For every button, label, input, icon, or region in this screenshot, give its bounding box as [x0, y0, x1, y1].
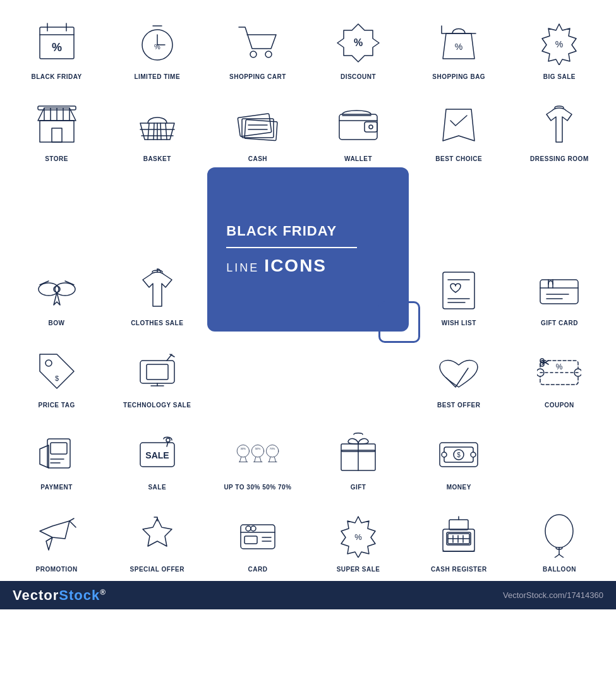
best-choice-icon [433, 100, 484, 150]
watermark: VectorStock® VectorStock.com/17414360 [0, 581, 616, 609]
svg-rect-120 [449, 520, 468, 530]
svg-point-41 [55, 283, 75, 296]
svg-line-103 [69, 521, 76, 527]
svg-point-110 [246, 526, 251, 531]
sale-icon: SALE [132, 428, 183, 479]
payment-label: PAYMENT [40, 484, 73, 491]
svg-line-92 [274, 457, 275, 462]
discount-icon: % [333, 18, 383, 68]
black-friday-label: BLACK FRIDAY [32, 73, 82, 80]
icon-price-tag: $ PRICE TAG [6, 332, 107, 414]
wallet-label: WALLET [344, 155, 372, 162]
limited-time-label: LIMITED TIME [134, 73, 180, 80]
store-label: STORE [45, 155, 68, 162]
up-to-icon: 30% 50% 70% [217, 428, 299, 479]
icon-best-offer: BEST OFFER [409, 332, 509, 414]
svg-line-124 [555, 554, 559, 558]
icon-discount: % DISCOUNT [308, 3, 409, 85]
dressing-room-label: DRESSING ROOM [530, 155, 589, 162]
svg-line-104 [69, 518, 74, 521]
cash-register-label: CASH REGISTER [431, 566, 487, 573]
svg-line-87 [260, 457, 261, 462]
price-tag-label: PRICE TAG [38, 402, 75, 409]
watermark-url: VectorStock.com/17414360 [503, 590, 603, 600]
svg-text:%: % [154, 43, 160, 51]
best-offer-label: BEST OFFER [437, 402, 480, 409]
big-sale-icon: % [534, 18, 584, 68]
svg-point-111 [251, 526, 256, 531]
banner-title-line1: BLACK FRIDAY [226, 223, 337, 239]
promotion-icon [32, 510, 82, 561]
shopping-bag-label: SHOPPING BAG [432, 73, 485, 80]
icon-money: $ MONEY [409, 414, 509, 496]
svg-text:50%: 50% [255, 447, 261, 450]
wallet-icon [333, 100, 383, 150]
gift-card-label: GIFT CARD [541, 320, 578, 326]
gift-icon [333, 428, 383, 479]
banner-sub2: ICONS [264, 256, 327, 276]
icon-coupon: % COUPON [509, 332, 610, 414]
up-to-label: UP TO 30% 50% 70% [224, 484, 291, 491]
wish-list-icon [433, 264, 484, 314]
money-icon: $ [433, 428, 484, 479]
svg-point-10 [250, 51, 257, 57]
sale-label: SALE [148, 484, 166, 491]
gift-label: GIFT [351, 484, 366, 491]
icon-cash-register: CASH REGISTER [409, 496, 509, 578]
big-sale-label: BIG SALE [543, 73, 576, 80]
icon-gift-card: GIFT CARD [509, 167, 610, 332]
svg-text:%: % [52, 41, 62, 54]
svg-text:%: % [354, 532, 362, 542]
svg-point-84 [251, 445, 263, 457]
svg-line-25 [154, 123, 154, 140]
payment-icon [32, 428, 82, 479]
svg-line-28 [166, 123, 167, 140]
watermark-brand: VectorStock® [13, 587, 106, 604]
best-offer-icon [433, 346, 484, 397]
icon-bow: BOW [6, 167, 107, 332]
super-sale-label: SUPER SALE [337, 566, 380, 573]
svg-line-91 [269, 457, 270, 462]
icon-up-to: 30% 50% 70% UP [207, 414, 308, 496]
limited-time-icon: % [132, 18, 183, 68]
svg-point-38 [369, 125, 373, 129]
bow-icon [32, 264, 82, 314]
icon-card: CARD [207, 496, 308, 578]
clothes-sale-label: CLOTHES SALE [131, 320, 183, 326]
icon-wish-list: WISH LIST [409, 167, 509, 332]
icon-clothes-sale: CLOTHES SALE [107, 167, 207, 332]
banner-sub1: LINE [226, 261, 259, 275]
clothes-sale-icon [132, 264, 183, 314]
center-banner: BLACK FRIDAY LINE ICONS [207, 167, 408, 332]
svg-text:%: % [555, 39, 563, 49]
balloon-label: BALLOON [543, 566, 576, 573]
black-friday-icon: % [32, 18, 82, 68]
svg-text:$: $ [457, 452, 461, 458]
technology-sale-icon [132, 346, 183, 397]
price-tag-icon: $ [32, 346, 82, 397]
svg-point-79 [237, 445, 249, 457]
svg-text:$: $ [55, 374, 59, 382]
basket-icon [132, 100, 183, 150]
icon-special-offer: SPECIAL OFFER [107, 496, 207, 578]
svg-rect-50 [540, 280, 578, 304]
bow-label: BOW [49, 320, 65, 326]
best-choice-label: BEST CHOICE [435, 155, 482, 162]
icon-dressing-room: DRESSING ROOM [509, 85, 610, 167]
svg-text:%: % [556, 362, 563, 371]
svg-line-125 [559, 554, 564, 558]
promotion-label: PROMOTION [35, 566, 77, 573]
svg-line-24 [148, 123, 149, 140]
shopping-cart-label: SHOPPING CART [229, 73, 286, 80]
balloon-icon [534, 510, 584, 561]
coupon-label: COUPON [545, 402, 574, 409]
banner-divider [226, 247, 357, 248]
svg-rect-59 [147, 364, 168, 380]
icon-black-friday: % BLACK FRIDAY [6, 3, 107, 85]
svg-rect-72 [51, 443, 67, 454]
card-icon [233, 510, 283, 561]
cash-label: CASH [248, 155, 267, 162]
icon-store: STORE [6, 85, 107, 167]
svg-line-27 [160, 123, 161, 140]
wish-list-label: WISH LIST [442, 320, 476, 326]
